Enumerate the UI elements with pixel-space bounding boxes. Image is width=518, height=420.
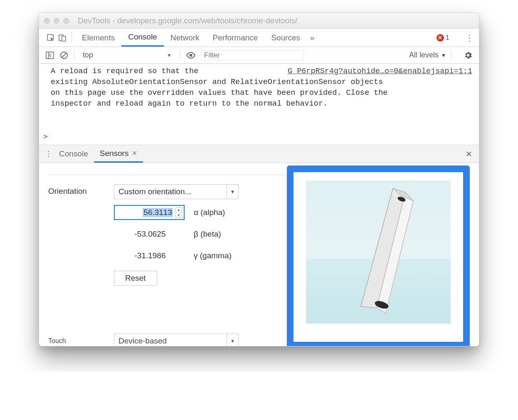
window-traffic-lights: [44, 18, 69, 24]
close-window-dot[interactable]: [44, 18, 50, 24]
touch-select[interactable]: Device-based ▼: [114, 334, 239, 346]
error-badge[interactable]: ✕ 1: [437, 34, 449, 42]
maximize-window-dot[interactable]: [63, 18, 69, 24]
inspect-element-icon[interactable]: [45, 29, 57, 47]
orientation-model-highlight: [287, 166, 470, 346]
console-output: A reload is required so that the G P6rpR…: [39, 64, 479, 130]
minimize-window-dot[interactable]: [54, 18, 59, 24]
alpha-label: α (alpha): [194, 208, 235, 217]
dropdown-triangle-icon: ▼: [167, 52, 172, 58]
beta-input[interactable]: -53.0625: [114, 227, 185, 242]
drawer-menu-kebab-icon[interactable]: ⋮: [43, 145, 53, 163]
console-prompt[interactable]: >: [39, 130, 479, 145]
context-select[interactable]: top ▼: [79, 50, 175, 60]
touch-label: Touch: [48, 337, 106, 345]
window-title: DevTools - developers.google.com/web/too…: [78, 16, 474, 25]
gamma-input[interactable]: -31.1986: [114, 248, 185, 263]
console-settings-gear-icon[interactable]: [463, 51, 473, 60]
filter-input[interactable]: [200, 50, 304, 61]
titlebar: DevTools - developers.google.com/web/too…: [39, 13, 479, 29]
error-count: 1: [446, 34, 449, 42]
orientation-model[interactable]: [306, 180, 451, 324]
tab-network[interactable]: Network: [164, 29, 206, 47]
drawer-tab-sensors[interactable]: Sensors ✕: [94, 145, 143, 163]
svg-rect-2: [62, 36, 66, 41]
tab-console[interactable]: Console: [121, 29, 164, 47]
context-value: top: [83, 51, 93, 59]
separator: [72, 32, 72, 43]
prompt-chevron-icon: >: [43, 132, 48, 141]
drawer-close-icon[interactable]: ✕: [463, 145, 475, 163]
dropdown-arrow-icon: ▼: [227, 334, 238, 346]
alpha-input[interactable]: 56.3113 ▲▼: [114, 205, 185, 220]
tab-sources[interactable]: Sources: [264, 29, 307, 47]
main-menu-kebab-icon[interactable]: ⋮: [465, 33, 474, 43]
error-icon: ✕: [437, 34, 444, 42]
console-toolbar: top ▼ All levels ▼: [39, 47, 479, 64]
main-tabs: Elements Console Network Performance Sou…: [39, 29, 479, 47]
device-toolbar-icon[interactable]: [57, 29, 68, 47]
tab-performance[interactable]: Performance: [206, 29, 265, 47]
orientation-preset-select[interactable]: Custom orientation... ▼: [114, 184, 239, 199]
clear-console-icon[interactable]: [59, 51, 69, 59]
live-expressions-eye-icon[interactable]: [185, 52, 196, 59]
tabs-overflow[interactable]: »: [307, 29, 318, 47]
drawer-tab-console[interactable]: Console: [53, 145, 94, 163]
log-levels-select[interactable]: All levels ▼: [409, 51, 446, 59]
touch-row: Touch Device-based ▼: [48, 334, 470, 346]
orientation-label: Orientation: [48, 184, 106, 196]
reset-button[interactable]: Reset: [114, 271, 157, 286]
devtools-window: DevTools - developers.google.com/web/too…: [39, 12, 479, 346]
tab-elements[interactable]: Elements: [75, 29, 121, 47]
sensors-panel: Orientation Custom orientation... ▼ 56.3…: [39, 163, 479, 346]
message-source-link[interactable]: G P6rpRSr4g?autohide…o=0&enablejsapi=1:1: [288, 66, 472, 77]
gamma-label: γ (gamma): [194, 251, 235, 260]
alpha-stepper[interactable]: ▲▼: [175, 207, 182, 218]
svg-point-5: [190, 54, 192, 57]
console-sidebar-toggle-icon[interactable]: [45, 52, 55, 59]
drawer-tabs: ⋮ Console Sensors ✕ ✕: [39, 145, 479, 163]
dropdown-arrow-icon: ▼: [227, 185, 238, 199]
close-tab-icon[interactable]: ✕: [132, 149, 137, 157]
dropdown-triangle-icon: ▼: [441, 52, 446, 58]
beta-label: β (beta): [194, 230, 235, 239]
